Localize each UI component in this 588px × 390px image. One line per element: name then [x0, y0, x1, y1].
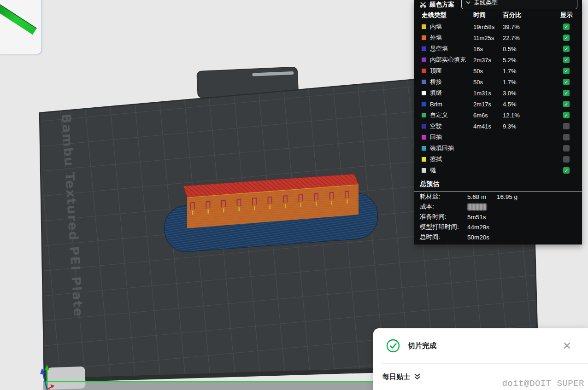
line-type-color-swatch [422, 146, 426, 151]
line-type-color-swatch [422, 102, 426, 106]
line-type-label: 空驶 [430, 122, 473, 130]
color-scheme-icon [420, 1, 426, 8]
estimate-label: 准备时间: [420, 213, 467, 221]
visibility-checkbox[interactable] [563, 123, 570, 129]
estimate-rows: 耗材丝:5.68 m16.95 g成本:准备时间:5m51s模型打印时间:44m… [414, 192, 582, 242]
line-type-label: 悬空墙 [430, 45, 473, 53]
line-type-color-swatch [422, 91, 426, 95]
visibility-checkbox[interactable]: ✓ [563, 46, 570, 52]
estimate-label: 总时间: [420, 233, 467, 241]
line-type-row: 外墙11m25s22.7%✓ [414, 32, 582, 43]
line-type-time: 6m6s [473, 112, 503, 119]
estimate-label: 耗材丝: [420, 192, 467, 201]
legend-table-header: 走线类型 时间 百分比 显示 [414, 9, 582, 21]
line-type-label: 内墙 [430, 23, 473, 31]
visibility-checkbox[interactable] [563, 156, 570, 163]
visibility-checkbox[interactable] [563, 145, 570, 151]
line-type-color-swatch [422, 35, 426, 40]
line-type-time: 50s [473, 68, 503, 75]
line-type-label: 内部实心填充 [430, 56, 473, 64]
line-type-color-swatch [422, 24, 426, 29]
line-type-row: 内墙19m58s39.7%✓ [414, 21, 582, 32]
daily-tip-label: 每日贴士 [382, 373, 410, 381]
line-type-row: 悬空墙16s0.5%✓ [414, 43, 582, 54]
line-type-percent: 12.1% [503, 112, 563, 119]
line-type-label: 顶面 [430, 67, 473, 75]
plate-thumbnail-card[interactable] [0, 0, 42, 54]
line-type-row: 填缝1m31s3.0%✓ [414, 87, 582, 99]
column-show: 显示 [560, 11, 573, 19]
estimate-row: 成本: [414, 202, 582, 212]
line-type-label: 桥接 [430, 78, 473, 86]
legend-rows: 内墙19m58s39.7%✓外墙11m25s22.7%✓悬空墙16s0.5%✓内… [414, 21, 582, 176]
line-type-time: 4m41s [473, 123, 503, 130]
line-type-row: Brim2m17s4.5%✓ [414, 99, 582, 110]
line-type-row: 自定义6m6s12.1%✓ [414, 110, 582, 121]
visibility-checkbox[interactable]: ✓ [563, 167, 570, 174]
toast-header-row: 切片完成 ✕ [373, 328, 588, 363]
line-type-row: 空驶4m41s9.3% [414, 121, 582, 132]
estimate-value: 50m20s [467, 234, 497, 241]
estimate-value: 44m29s [467, 224, 497, 231]
column-line-type: 走线类型 [422, 11, 473, 19]
estimate-value: 16.95 g [497, 193, 582, 200]
toast-title: 切片完成 [408, 341, 555, 351]
line-type-label: 回抽 [430, 133, 473, 141]
line-type-color-swatch [422, 69, 426, 73]
visibility-checkbox[interactable] [563, 134, 570, 140]
line-type-label: 擦拭 [430, 155, 473, 163]
line-type-time: 2m37s [473, 57, 503, 64]
line-type-panel: 颜色方案 走线类型 走线类型 时间 百分比 显示 内墙19m58s39.7%✓外… [414, 0, 582, 244]
color-scheme-label: 颜色方案 [429, 0, 454, 9]
estimate-title: 总预估 [414, 176, 582, 191]
line-type-time: 11m25s [473, 35, 503, 41]
line-type-time: 50s [473, 79, 503, 86]
estimate-value: 5.68 m [467, 193, 497, 200]
line-type-percent: 39.7% [503, 23, 563, 30]
estimate-row: 模型打印时间:44m29s [414, 222, 582, 232]
estimate-divider [414, 191, 582, 192]
line-type-label: 缝 [430, 166, 473, 175]
line-type-row: 回抽 [414, 132, 582, 143]
estimate-row: 准备时间:5m51s [414, 212, 582, 222]
line-type-color-swatch [422, 47, 426, 51]
estimate-row: 总时间:50m20s [414, 232, 582, 242]
line-type-label: 外墙 [430, 34, 473, 42]
line-type-percent: 3.0% [503, 90, 563, 97]
chevron-down-icon [466, 1, 470, 4]
visibility-checkbox[interactable]: ✓ [563, 90, 570, 96]
visibility-checkbox[interactable]: ✓ [563, 68, 570, 74]
line-type-label: 填缝 [430, 89, 473, 97]
line-type-row: 内部实心填充2m37s5.2%✓ [414, 54, 582, 65]
line-type-time: 1m31s [473, 90, 503, 97]
visibility-checkbox[interactable]: ✓ [563, 57, 570, 63]
line-type-color-swatch [422, 124, 426, 128]
line-type-time: 2m17s [473, 101, 503, 108]
panel-header: 颜色方案 走线类型 [414, 0, 582, 9]
line-type-row: 擦拭 [414, 154, 582, 165]
double-chevron-down-icon[interactable] [414, 373, 421, 380]
purge-line [43, 381, 375, 383]
line-type-color-swatch [422, 80, 426, 84]
line-type-color-swatch [422, 58, 426, 62]
close-icon[interactable]: ✕ [563, 341, 571, 351]
visibility-checkbox[interactable]: ✓ [563, 101, 570, 107]
column-percent: 百分比 [503, 11, 560, 19]
line-type-label: Brim [430, 101, 473, 108]
visibility-checkbox[interactable]: ✓ [563, 35, 570, 41]
line-type-percent: 22.7% [503, 35, 563, 41]
line-type-color-swatch [422, 168, 426, 173]
estimate-value: 5m51s [467, 214, 497, 221]
estimate-row: 耗材丝:5.68 m16.95 g [414, 192, 582, 202]
application-window: Bambu Textured PEI Plate [0, 0, 588, 390]
color-scheme-dropdown[interactable]: 走线类型 [461, 0, 577, 9]
visibility-checkbox[interactable]: ✓ [563, 23, 570, 30]
line-type-percent: 9.3% [503, 123, 563, 130]
cost-redacted-value [467, 204, 487, 210]
line-type-row: 顶面50s1.7%✓ [414, 65, 582, 76]
line-type-percent: 4.5% [503, 101, 563, 108]
bed-apron [43, 382, 375, 390]
line-type-time: 16s [473, 46, 503, 52]
visibility-checkbox[interactable]: ✓ [563, 79, 570, 85]
visibility-checkbox[interactable]: ✓ [563, 112, 570, 118]
